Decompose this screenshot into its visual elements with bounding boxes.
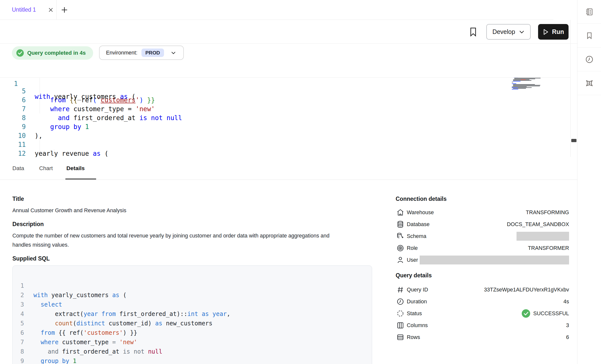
- status-badge: SUCCESSFUL: [522, 308, 569, 319]
- code-line: 10: [0, 122, 570, 131]
- code-line: 13 extract(year from ordered_at)::int as…: [0, 149, 570, 158]
- play-icon: [543, 28, 549, 35]
- tab-details[interactable]: Details: [66, 157, 85, 180]
- row-label: Duration: [407, 296, 427, 308]
- line-number: 1: [0, 77, 18, 90]
- bookmark-query-button[interactable]: [469, 27, 477, 37]
- run-label: Run: [552, 28, 564, 35]
- database-icon: [396, 220, 404, 228]
- row-label: Rows: [407, 331, 420, 343]
- history-clock-icon: [585, 55, 594, 64]
- row-label: Role: [407, 242, 418, 254]
- success-check-icon: [522, 309, 530, 318]
- row-value: DOCS_TEAM_SANDBOX: [507, 218, 569, 230]
- connection-row-database: Database DOCS_TEAM_SANDBOX: [396, 218, 569, 230]
- user-icon: [396, 256, 404, 264]
- connection-row-warehouse: Warehouse TRANSFORMING: [396, 207, 569, 218]
- editor-scrollbar-track[interactable]: [570, 20, 577, 157]
- notebook-icon: [585, 7, 594, 16]
- row-label: Query ID: [407, 284, 428, 296]
- code-line: 11 yearly_revenue as (: [0, 131, 570, 140]
- sql-line: 10: [13, 356, 372, 364]
- row-value: TRANSFORMING: [526, 207, 569, 218]
- redacted-user-value: [420, 256, 569, 264]
- query-row-columns: Columns 3: [396, 319, 569, 331]
- bookmarks-panel-button[interactable]: [577, 24, 601, 48]
- environment-label: Environment:: [106, 50, 137, 56]
- details-pane: Title Annual Customer Growth and Revenue…: [0, 180, 577, 364]
- sql-editor[interactable]: 1 with yearly_customers as ( 5 from {{ r…: [0, 64, 570, 157]
- tab-bar-background: [56, 0, 553, 20]
- query-row-id: Query ID 33TZseWpe1ALFDUYerxR1gVKxbv: [396, 284, 569, 296]
- sql-line: 7 and first_ordered_at is not null: [13, 328, 372, 338]
- row-value: 4s: [563, 296, 569, 308]
- tab-chart[interactable]: Chart: [39, 157, 53, 180]
- connection-row-schema: Schema: [396, 230, 569, 242]
- query-row-duration: Duration 4s: [396, 296, 569, 308]
- check-circle-icon: [16, 49, 24, 57]
- row-value: 6: [566, 331, 569, 343]
- develop-dropdown[interactable]: Develop: [486, 24, 531, 40]
- ai-sparkle-icon: [585, 78, 594, 88]
- row-value: TRANSFORMER: [528, 242, 569, 254]
- status-spinner-icon: [396, 310, 404, 317]
- title-value: Annual Customer Growth and Revenue Analy…: [12, 206, 126, 215]
- close-tab-icon[interactable]: [48, 7, 54, 13]
- hash-icon: [396, 286, 404, 294]
- query-row-rows: Rows 6: [396, 331, 569, 343]
- query-status-text: Query completed in 4s: [27, 50, 86, 56]
- environment-dropdown[interactable]: Environment: PROD: [99, 46, 184, 60]
- connection-details-heading: Connection details: [396, 196, 447, 202]
- sql-line: 1 with yearly_customers as (: [13, 272, 372, 281]
- sql-line: 4 count(distinct customer_id) as new_cus…: [13, 300, 372, 309]
- row-label: Status: [407, 308, 422, 319]
- editor-scrollbar-thumb[interactable]: [571, 139, 576, 142]
- code-line: 8 group by 1: [0, 104, 570, 113]
- sql-line: 2 select: [13, 281, 372, 290]
- query-status-pill: Query completed in 4s: [12, 46, 93, 60]
- connection-row-user: User: [396, 254, 569, 266]
- columns-icon: [396, 321, 404, 329]
- redacted-schema-value: [517, 232, 569, 241]
- row-label: Schema: [407, 230, 426, 242]
- warehouse-icon: [396, 208, 404, 216]
- new-tab-button[interactable]: [61, 6, 68, 13]
- results-tab-bar: Data Chart Details: [0, 157, 577, 180]
- supplied-sql-heading: Supplied SQL: [12, 255, 50, 262]
- chevron-down-icon: [519, 30, 524, 34]
- title-heading: Title: [12, 196, 24, 202]
- sql-line: 8 group by 1: [13, 338, 372, 347]
- row-value: 3: [566, 319, 569, 331]
- status-row: Query completed in 4s Environment: PROD: [0, 44, 577, 64]
- code-line: 12 select: [0, 140, 570, 149]
- run-button[interactable]: Run: [538, 24, 569, 40]
- query-details-heading: Query details: [396, 272, 432, 279]
- sql-line: 9 ),: [13, 347, 372, 356]
- row-label: Columns: [407, 319, 428, 331]
- sql-line: 6 where customer_type = 'new': [13, 319, 372, 328]
- environment-value-badge: PROD: [141, 49, 164, 57]
- code-line: 5 from {{ ref('customers') }}: [0, 78, 570, 87]
- clock-icon: [396, 298, 404, 306]
- status-text: SUCCESSFUL: [533, 308, 569, 319]
- history-panel-button[interactable]: [577, 48, 601, 71]
- tab-title: Untitled 1: [12, 0, 36, 20]
- code-line: 9 ),: [0, 113, 570, 122]
- connection-row-role: Role TRANSFORMER: [396, 242, 569, 254]
- code-line-sticky: 1 with yearly_customers as (: [0, 64, 570, 78]
- description-heading: Description: [12, 221, 44, 228]
- tab-untitled-1[interactable]: Untitled 1: [0, 0, 57, 20]
- ai-assistant-button[interactable]: [577, 71, 601, 95]
- row-label: Warehouse: [407, 207, 434, 218]
- right-sidebar: [577, 0, 601, 364]
- develop-label: Develop: [492, 28, 515, 35]
- supplied-sql-code-block: 1 with yearly_customers as ( 2 select 3 …: [12, 265, 372, 364]
- notebook-panel-button[interactable]: [577, 0, 601, 24]
- rows-icon: [396, 333, 404, 341]
- sql-line: 3 extract(year from first_ordered_at)::i…: [13, 290, 372, 300]
- description-value: Compute the number of new customers and …: [12, 231, 329, 250]
- row-value: 33TZseWpe1ALFDUYerxR1gVKxbv: [484, 284, 569, 296]
- tab-data[interactable]: Data: [12, 157, 24, 180]
- tab-bar: Untitled 1: [0, 0, 577, 20]
- sql-line: 5 from {{ ref('customers') }}: [13, 309, 372, 319]
